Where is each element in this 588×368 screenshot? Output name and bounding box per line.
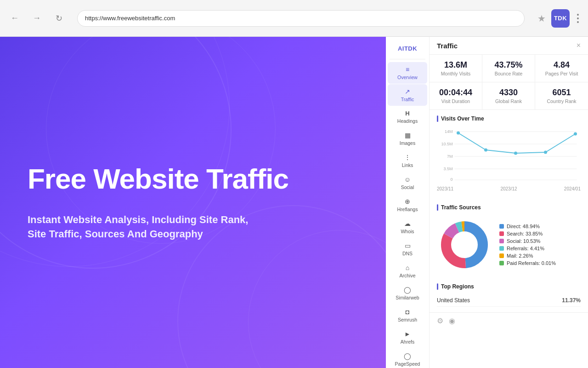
top-regions-title: Top Regions bbox=[430, 278, 588, 293]
visit-duration-value: 00:04:44 bbox=[437, 88, 475, 98]
sidebar-item-ahrefs[interactable]: ► Ahrefs bbox=[388, 327, 427, 348]
visit-duration-label: Visit Duration bbox=[437, 98, 475, 104]
main-area: Free Website Traffic Instant Website Ana… bbox=[0, 37, 588, 368]
hreflangs-icon: ⊕ bbox=[405, 198, 410, 205]
donut-chart bbox=[437, 217, 492, 272]
sidebar-item-dns[interactable]: ▭ DNS bbox=[388, 238, 427, 260]
chart-point-2 bbox=[484, 149, 487, 152]
global-rank-label: Global Rank bbox=[490, 98, 527, 104]
nav-divider bbox=[390, 59, 425, 59]
panel-header: Traffic × bbox=[430, 37, 588, 55]
global-rank-value: 4330 bbox=[490, 88, 527, 98]
hero-title: Free Website Traffic bbox=[28, 163, 358, 195]
legend-dot-search bbox=[499, 231, 504, 236]
browser-right: ★ TDK bbox=[537, 9, 581, 28]
dot1 bbox=[577, 14, 579, 16]
legend-dot-mail bbox=[499, 253, 504, 258]
bounce-rate-label: Bounce Rate bbox=[490, 71, 527, 76]
monthly-visits-label: Monthly Visits bbox=[437, 71, 475, 76]
address-bar[interactable]: https://www.freewebsitetraffic.com bbox=[77, 10, 525, 27]
svg-text:14M: 14M bbox=[445, 129, 453, 134]
bottom-icons-bar: ⚙ ◉ bbox=[430, 312, 588, 329]
stat-monthly-visits: 13.6M Monthly Visits bbox=[430, 55, 482, 82]
sidebar-item-images[interactable]: ▦ Images bbox=[388, 128, 427, 150]
sidebar-item-pagespeed[interactable]: ◯ PageSpeed bbox=[388, 349, 427, 368]
pagespeed-icon: ◯ bbox=[404, 352, 411, 360]
sidebar-item-headings[interactable]: H Headings bbox=[388, 106, 427, 127]
chart-point-1 bbox=[457, 132, 460, 135]
sidebar-item-whois[interactable]: ☁ Whois bbox=[388, 216, 427, 238]
svg-text:10.5M: 10.5M bbox=[441, 142, 452, 146]
sidebar-item-overview[interactable]: ≡ Overview bbox=[388, 62, 427, 84]
hero-section: Free Website Traffic Instant Website Ana… bbox=[0, 37, 386, 368]
nav-column: AITDK ≡ Overview ↗ Traffic H Headings ▦ … bbox=[386, 37, 430, 368]
address-text: https://www.freewebsitetraffic.com bbox=[85, 15, 175, 22]
legend-search: Search: 33.85% bbox=[499, 231, 581, 236]
stat-country-rank: 6051 Country Rank bbox=[535, 82, 588, 109]
nav-brand: AITDK bbox=[398, 45, 417, 52]
avatar: TDK bbox=[551, 9, 570, 28]
sidebar-item-traffic[interactable]: ↗ Traffic bbox=[388, 84, 427, 106]
svg-text:3.5M: 3.5M bbox=[443, 167, 452, 171]
legend-dot-social bbox=[499, 239, 504, 243]
stat-visit-duration: 00:04:44 Visit Duration bbox=[430, 82, 482, 109]
hero-subtitle: Instant Website Analysis, Including Site… bbox=[28, 213, 257, 242]
svg-text:0: 0 bbox=[450, 177, 452, 182]
traffic-sources-area: Direct: 48.94% Search: 33.85% Social: 10… bbox=[430, 213, 588, 278]
pages-per-visit-label: Pages Per Visit bbox=[543, 71, 581, 76]
links-icon: ⋮ bbox=[404, 154, 411, 161]
stats-row-1: 13.6M Monthly Visits 43.75% Bounce Rate … bbox=[430, 55, 588, 82]
reload-button[interactable]: ↻ bbox=[51, 11, 66, 26]
back-button[interactable]: ← bbox=[7, 11, 22, 26]
sidebar-item-similarweb[interactable]: ◯ Similarweb bbox=[388, 282, 427, 304]
semrush-icon: ◘ bbox=[406, 308, 409, 316]
chart-point-3 bbox=[514, 152, 517, 155]
country-rank-value: 6051 bbox=[543, 88, 581, 98]
traffic-icon: ↗ bbox=[405, 88, 410, 95]
whois-icon: ☁ bbox=[404, 220, 411, 227]
bounce-rate-value: 43.75% bbox=[490, 60, 527, 70]
region-pct-us: 11.37% bbox=[562, 297, 581, 304]
top-regions-area: United States 11.37% bbox=[430, 293, 588, 312]
similarweb-icon: ◯ bbox=[404, 286, 411, 293]
visits-over-time-title: Visits Over Time bbox=[430, 110, 588, 125]
nav-header: AITDK bbox=[386, 40, 429, 56]
stat-pages-per-visit: 4.84 Pages Per Visit bbox=[535, 55, 588, 82]
svg-text:7M: 7M bbox=[447, 154, 453, 159]
region-row-us: United States 11.37% bbox=[437, 294, 581, 307]
settings-icon[interactable]: ⚙ bbox=[437, 316, 443, 325]
region-name-us: United States bbox=[437, 297, 470, 304]
legend-dot-paid bbox=[499, 261, 504, 265]
close-button[interactable]: × bbox=[577, 41, 581, 50]
monthly-visits-value: 13.6M bbox=[437, 60, 475, 70]
country-rank-label: Country Rank bbox=[543, 98, 581, 104]
social-icon: ☺ bbox=[404, 176, 411, 183]
content-panel: Traffic × 13.6M Monthly Visits 43.75% Bo… bbox=[430, 37, 588, 368]
svg-point-16 bbox=[452, 232, 477, 258]
menu-button[interactable] bbox=[575, 12, 581, 25]
bookmark-button[interactable]: ★ bbox=[537, 13, 546, 24]
sidebar-item-links[interactable]: ⋮ Links bbox=[388, 150, 427, 172]
stat-bounce-rate: 43.75% Bounce Rate bbox=[482, 55, 535, 82]
browser-chrome: ← → ↻ https://www.freewebsitetraffic.com… bbox=[0, 0, 588, 37]
chart-point-4 bbox=[544, 151, 547, 154]
legend-dot-direct bbox=[499, 224, 504, 229]
info-icon[interactable]: ◉ bbox=[449, 316, 455, 325]
legend-social: Social: 10.53% bbox=[499, 238, 581, 244]
archive-icon: ⌂ bbox=[406, 264, 409, 271]
ahrefs-icon: ► bbox=[404, 330, 411, 338]
panel-title: Traffic bbox=[437, 42, 458, 50]
sidebar-item-semrush[interactable]: ◘ Semrush bbox=[388, 305, 427, 326]
pages-per-visit-value: 4.84 bbox=[543, 60, 581, 70]
dns-icon: ▭ bbox=[405, 242, 411, 249]
visits-chart: 14M 10.5M 7M 3.5M 0 bbox=[437, 125, 581, 184]
chart-point-5 bbox=[574, 132, 577, 136]
images-icon: ▦ bbox=[405, 132, 411, 139]
chart-x-labels: 2023/11 2023/12 2024/01 bbox=[437, 186, 581, 193]
overview-icon: ≡ bbox=[406, 66, 409, 73]
sidebar-item-social[interactable]: ☺ Social bbox=[388, 172, 427, 194]
sidebar-item-hreflangs[interactable]: ⊕ Hreflangs bbox=[388, 194, 427, 216]
stats-row-2: 00:04:44 Visit Duration 4330 Global Rank… bbox=[430, 82, 588, 110]
sidebar-item-archive[interactable]: ⌂ Archive bbox=[388, 260, 427, 282]
forward-button[interactable]: → bbox=[29, 11, 44, 26]
